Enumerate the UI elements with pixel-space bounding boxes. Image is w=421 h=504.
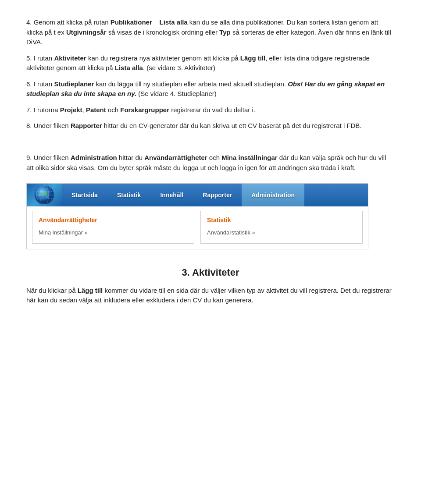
submenu-bar: Användarrättigheter Mina inställningar »… <box>27 206 368 249</box>
spacer <box>26 137 395 147</box>
paragraph-6: 6. I rutan Studieplaner kan du lägga til… <box>26 79 395 99</box>
submenu-left-link[interactable]: Mina inställningar » <box>39 228 188 237</box>
main-content: 4. Genom att klicka på rutan Publikation… <box>26 18 395 305</box>
paragraph-9: 9. Under fliken Administration hittar du… <box>26 153 395 173</box>
nav-item-rapporter[interactable]: Rapporter <box>193 184 242 206</box>
section-heading: 3. Aktiviteter <box>26 265 395 280</box>
nav-item-administration[interactable]: Administration <box>242 184 304 206</box>
nav-logo <box>27 184 62 206</box>
section-number: 3. <box>182 267 189 278</box>
bottom-paragraph-1: När du klickar på Lägg till kommer du vi… <box>26 286 395 305</box>
paragraph-8: 8. Under fliken Rapporter hittar du en C… <box>26 121 395 131</box>
submenu-panel-right: Statistik Användarstatistik » <box>200 211 363 244</box>
paragraph-7: 7. I rutorna Projekt, Patent och Forskar… <box>26 105 395 115</box>
globe-icon <box>34 185 55 206</box>
nav-item-startsida[interactable]: Startsida <box>62 184 107 206</box>
nav-bar: Startsida Statistik Innehåll Rapporter A… <box>27 184 368 206</box>
nav-item-innehall[interactable]: Innehåll <box>150 184 193 206</box>
submenu-panel-left: Användarrättigheter Mina inställningar » <box>32 211 194 244</box>
screenshot-box: Startsida Statistik Innehåll Rapporter A… <box>26 183 368 249</box>
submenu-right-link[interactable]: Användarstatistik » <box>207 228 356 237</box>
nav-item-statistik[interactable]: Statistik <box>107 184 150 206</box>
paragraph-5: 5. I rutan Aktiviteter kan du registrera… <box>26 53 395 73</box>
submenu-right-title: Statistik <box>207 216 356 225</box>
submenu-left-title: Användarrättigheter <box>39 216 188 225</box>
paragraph-4: 4. Genom att klicka på rutan Publikation… <box>26 18 395 47</box>
